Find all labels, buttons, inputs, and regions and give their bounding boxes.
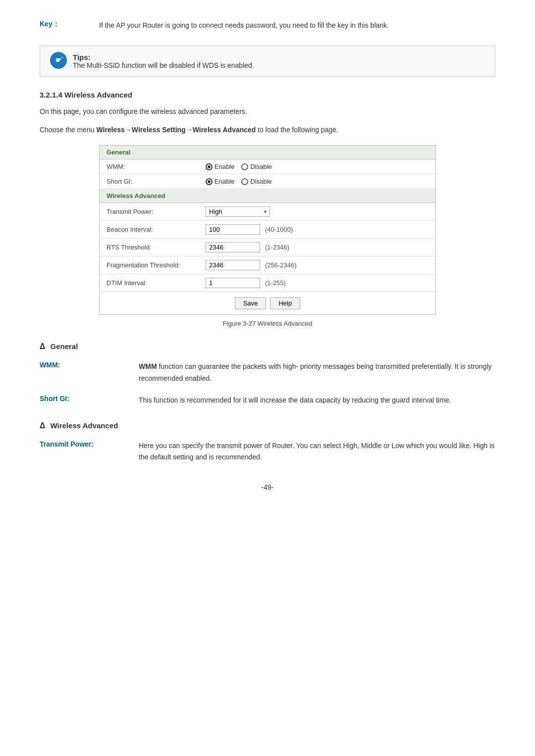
beacon-interval-input[interactable] [206, 224, 260, 235]
short-gi-term-definition: This function is recommended for it will… [139, 395, 495, 406]
transmit-power-row: Transmit Power: High Middle Low [100, 203, 435, 221]
short-gi-disable-option[interactable]: Disable [241, 178, 271, 185]
page-number: -49- [40, 483, 495, 491]
beacon-interval-row: Beacon Interval: (40-1000) [100, 221, 435, 239]
general-header: General [100, 146, 435, 159]
wireless-advanced-delta-heading: Δ Wireless Advanced [40, 421, 495, 430]
transmit-power-label: Transmit Power: [107, 208, 206, 215]
dtim-interval-row: DTIM Interval: (1-255) [100, 274, 435, 292]
rts-threshold-input[interactable] [206, 242, 260, 252]
short-gi-label: Short GI: [107, 178, 206, 185]
wmm-enable-label: Enable [214, 163, 234, 170]
general-delta-heading: Δ General [40, 342, 495, 351]
tips-icon: ☞ [50, 52, 67, 69]
beacon-interval-hint: (40-1000) [265, 226, 293, 233]
fragmentation-threshold-hint: (256-2346) [265, 261, 297, 269]
save-button[interactable]: Save [235, 297, 267, 309]
general-term-section: Δ General WMM: WMM function can guarante… [40, 342, 495, 406]
beacon-interval-label: Beacon Interval: [107, 226, 206, 233]
short-gi-value: Enable Disable [206, 178, 272, 185]
general-delta-symbol: Δ [40, 342, 46, 351]
wmm-disable-radio[interactable] [241, 163, 248, 170]
tips-box: ☞ Tips: The Multi-SSID function will be … [40, 46, 495, 77]
wmm-value: Enable Disable [206, 163, 272, 170]
short-gi-disable-label: Disable [250, 178, 271, 185]
wmm-term-definition: WMM function can guarantee the packets w… [139, 361, 495, 385]
svg-text:☞: ☞ [56, 57, 61, 63]
transmit-power-select-wrapper[interactable]: High Middle Low [206, 206, 270, 217]
short-gi-disable-radio[interactable] [241, 178, 248, 185]
dtim-interval-label: DTIM Interval: [107, 279, 206, 287]
dtim-interval-input[interactable] [206, 278, 260, 288]
short-gi-row: Short GI: Enable Disable [100, 174, 435, 189]
wmm-disable-label: Disable [250, 163, 271, 170]
fragmentation-threshold-label: Fragmentation Threshold: [107, 261, 206, 269]
wmm-term-label: WMM: [40, 361, 139, 385]
beacon-interval-value: (40-1000) [206, 224, 293, 235]
transmit-power-term-row: Transmit Power: Here you can specify the… [40, 440, 495, 464]
help-button[interactable]: Help [270, 297, 300, 309]
transmit-power-term-definition: Here you can specify the transmit power … [139, 440, 495, 464]
fragmentation-threshold-input[interactable] [206, 260, 260, 270]
wmm-disable-option[interactable]: Disable [241, 163, 271, 170]
rts-threshold-label: RTS Threshold: [107, 244, 206, 251]
short-gi-enable-radio[interactable] [206, 178, 213, 185]
figure-caption: Figure 3-27 Wireless Advanced [40, 320, 495, 327]
wmm-enable-radio[interactable] [206, 163, 213, 170]
wireless-advanced-header: Wireless Advanced [100, 189, 435, 203]
config-table: General WMM: Enable Disable Short GI: [99, 145, 436, 315]
rts-threshold-value: (1-2346) [206, 242, 289, 252]
key-section: Key： If the AP your Router is going to c… [40, 20, 495, 31]
transmit-power-select[interactable]: High Middle Low [206, 206, 270, 217]
wmm-radio-group: Enable Disable [206, 163, 272, 170]
key-label: Key： [40, 20, 99, 31]
wmm-row: WMM: Enable Disable [100, 159, 435, 174]
tips-content: Tips: The Multi-SSID function will be di… [73, 53, 254, 69]
transmit-power-value: High Middle Low [206, 206, 270, 217]
wmm-label: WMM: [107, 163, 206, 170]
short-gi-enable-option[interactable]: Enable [206, 178, 234, 185]
rts-threshold-row: RTS Threshold: (1-2346) [100, 239, 435, 256]
transmit-power-term-label: Transmit Power: [40, 440, 139, 464]
fragmentation-threshold-value: (256-2346) [206, 260, 297, 270]
tips-text: The Multi-SSID function will be disabled… [73, 61, 254, 69]
rts-threshold-hint: (1-2346) [265, 244, 289, 251]
short-gi-term-label: Short GI: [40, 395, 139, 406]
menu-note: Choose the menu Wireless→Wireless Settin… [40, 124, 495, 135]
wmm-enable-option[interactable]: Enable [206, 163, 234, 170]
form-buttons: Save Help [100, 292, 435, 314]
wireless-advanced-delta-symbol: Δ [40, 421, 46, 430]
fragmentation-threshold-row: Fragmentation Threshold: (256-2346) [100, 256, 435, 274]
tips-title: Tips: [73, 53, 254, 61]
short-gi-radio-group: Enable Disable [206, 178, 272, 185]
dtim-interval-value: (1-255) [206, 278, 286, 288]
wmm-term-row: WMM: WMM function can guarantee the pack… [40, 361, 495, 385]
general-section-heading: General [51, 342, 78, 351]
section-heading: 3.2.1.4 Wireless Advanced [40, 91, 495, 99]
wireless-advanced-section-heading: Wireless Advanced [51, 421, 118, 430]
short-gi-term-row: Short GI: This function is recommended f… [40, 395, 495, 406]
wireless-advanced-term-section: Δ Wireless Advanced Transmit Power: Here… [40, 421, 495, 464]
short-gi-enable-label: Enable [214, 178, 234, 185]
key-content: If the AP your Router is going to connec… [99, 20, 495, 31]
page-description: On this page, you can configure the wire… [40, 106, 495, 117]
dtim-interval-hint: (1-255) [265, 279, 286, 287]
